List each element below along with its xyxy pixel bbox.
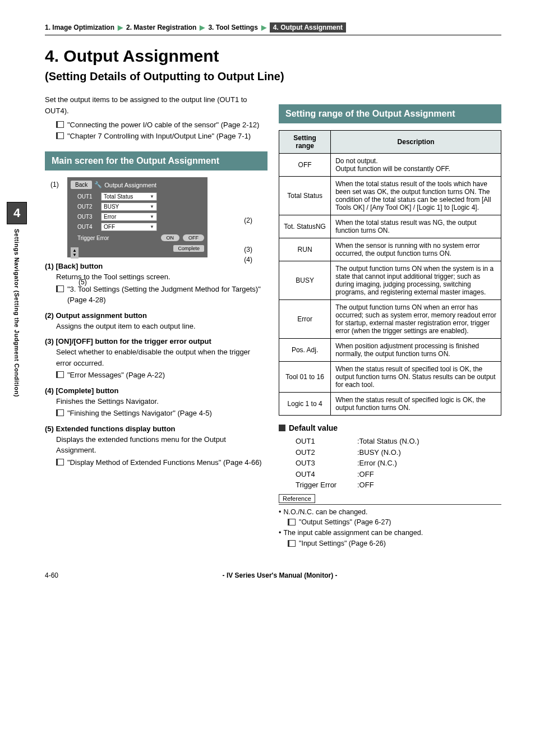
book-icon <box>56 409 64 416</box>
chapter-number: 4 <box>7 202 27 224</box>
book-icon <box>288 519 296 525</box>
reference-label: Reference <box>279 494 315 503</box>
table-cell: When the sensor is running with no syste… <box>331 238 501 261</box>
book-icon <box>56 459 64 465</box>
chevron-right-icon: ▶ <box>261 24 266 31</box>
ref-link: "Chapter 7 Controlling with Input/Output… <box>67 131 251 142</box>
default-value: :OFF <box>357 469 374 480</box>
default-value: :OFF <box>357 480 374 491</box>
side-tab: 4 Settings Navigator (Setting the Judgme… <box>7 202 27 397</box>
default-value-heading: Default value <box>279 423 501 432</box>
off-button[interactable]: OFF <box>183 234 204 241</box>
chevron-down-icon: ▼ <box>150 204 154 209</box>
section-header: Setting range of the Output Assignment <box>279 104 501 123</box>
book-icon <box>56 371 64 378</box>
back-button[interactable]: Back <box>71 181 92 189</box>
table-cell: When the total status result of the tool… <box>331 177 501 215</box>
default-key: OUT1 <box>296 436 357 447</box>
chevron-down-icon: ▼ <box>150 214 154 219</box>
item-heading: (5) Extended functions display button <box>45 425 268 433</box>
ref-link: "Output Settings" (Page 6-27) <box>299 517 391 528</box>
defaults-list: OUT1:Total Status (N.O.)OUT2:BUSY (N.O.)… <box>296 436 501 491</box>
square-icon <box>279 425 285 431</box>
out1-select[interactable]: Total Status▼ <box>101 192 157 201</box>
table-cell: The output function turns ON when an err… <box>331 300 501 339</box>
section-header: Main screen for the Output Assignment <box>45 151 268 170</box>
chevron-right-icon: ▶ <box>118 24 123 31</box>
out-label: OUT2 <box>77 204 98 210</box>
setting-range-table: Setting range Description OFFDo not outp… <box>279 130 501 416</box>
ref-link: "3. Tool Settings (Setting the Judgment … <box>67 284 268 306</box>
book-icon <box>56 285 64 292</box>
out-label: OUT4 <box>77 224 98 230</box>
complete-button[interactable]: Complete <box>173 245 204 252</box>
default-key: OUT4 <box>296 469 357 480</box>
ref-link: "Finishing the Settings Navigator" (Page… <box>67 408 212 419</box>
book-icon <box>56 132 64 139</box>
table-cell: Tool 01 to 16 <box>279 362 331 393</box>
default-value: :BUSY (N.O.) <box>357 447 401 458</box>
ref-link: "Connecting the power I/O cable of the s… <box>67 119 259 131</box>
table-cell: RUN <box>279 238 331 261</box>
default-key: OUT2 <box>296 447 357 458</box>
item-body: Assigns the output item to each output l… <box>56 321 268 332</box>
callout: (4) <box>244 256 252 264</box>
extended-functions-button[interactable]: ▲▼ <box>71 247 79 259</box>
table-cell: OFF <box>279 154 331 177</box>
chevron-down-icon: ▼ <box>150 194 154 199</box>
ref-link: "Display Method of Extended Functions Me… <box>67 457 262 468</box>
breadcrumb-item: 1. Image Optimization <box>45 24 114 31</box>
item-heading: (1) [Back] button <box>45 262 268 270</box>
item-body: Finishes the Settings Navigator. <box>56 396 268 407</box>
table-cell: When the total status result was NG, the… <box>331 215 501 238</box>
callout: (1) <box>50 181 59 188</box>
callout: (3) <box>244 246 252 253</box>
callout: (2) <box>244 216 252 224</box>
ref-link: "Input Settings" (Page 6-26) <box>299 538 386 549</box>
breadcrumb: 1. Image Optimization ▶ 2. Master Regist… <box>45 22 501 35</box>
out-label: OUT1 <box>77 193 98 200</box>
item-body: Displays the extended functions menu for… <box>56 434 268 456</box>
breadcrumb-current: 4. Output Assignment <box>270 22 346 33</box>
default-key: OUT3 <box>296 458 357 469</box>
table-header: Description <box>331 131 501 154</box>
diagram: (1) (2) (3) (4) (5) Back 🔧Output Assignm… <box>67 177 236 257</box>
footer-title: - IV Series User's Manual (Monitor) - <box>58 571 501 579</box>
item-body: Select whether to enable/disable the out… <box>56 347 268 368</box>
table-header: Setting range <box>279 131 331 154</box>
reference-notes: •N.O./N.C. can be changed. "Output Setti… <box>279 504 501 549</box>
note-text: The input cable assignment can be change… <box>283 528 423 538</box>
intro-text: Set the output items to be assigned to t… <box>45 94 268 116</box>
chevron-right-icon: ▶ <box>200 24 205 31</box>
item-heading: (3) [ON]/[OFF] button for the trigger er… <box>45 337 268 345</box>
item-heading: (4) [Complete] button <box>45 386 268 395</box>
book-icon <box>56 121 64 128</box>
book-icon <box>288 540 296 547</box>
diagram-title: 🔧Output Assignment <box>94 181 156 188</box>
footer: 4-60 - IV Series User's Manual (Monitor)… <box>45 571 501 579</box>
out3-select[interactable]: Error▼ <box>101 213 157 221</box>
out-label: OUT3 <box>77 214 98 220</box>
item-heading: (2) Output assignment button <box>45 311 268 320</box>
table-cell: Total Status <box>279 177 331 215</box>
ref-link: "Error Messages" (Page A-22) <box>67 370 165 381</box>
default-value: :Total Status (N.O.) <box>357 436 419 447</box>
table-cell: When the status result of specified logi… <box>331 393 501 416</box>
trigger-error-label: Trigger Error <box>77 235 158 241</box>
out2-select[interactable]: BUSY▼ <box>101 202 157 211</box>
breadcrumb-item: 3. Tool Settings <box>208 24 257 31</box>
table-cell: When the status result of specified tool… <box>331 362 501 393</box>
table-cell: Logic 1 to 4 <box>279 393 331 416</box>
note-text: N.O./N.C. can be changed. <box>283 507 367 518</box>
chapter-label: Settings Navigator (Setting the Judgment… <box>13 229 20 397</box>
page-subtitle: (Setting Details of Outputting to Output… <box>45 70 501 83</box>
page-number: 4-60 <box>45 571 58 579</box>
breadcrumb-item: 2. Master Registration <box>126 24 196 31</box>
table-cell: BUSY <box>279 261 331 300</box>
page-title: 4. Output Assignment <box>45 47 501 66</box>
table-cell: When position adjustment processing is f… <box>331 339 501 362</box>
out4-select[interactable]: OFF▼ <box>101 223 157 231</box>
table-cell: Tot. StatusNG <box>279 215 331 238</box>
wrench-icon: 🔧 <box>94 181 102 188</box>
on-button[interactable]: ON <box>161 234 180 241</box>
